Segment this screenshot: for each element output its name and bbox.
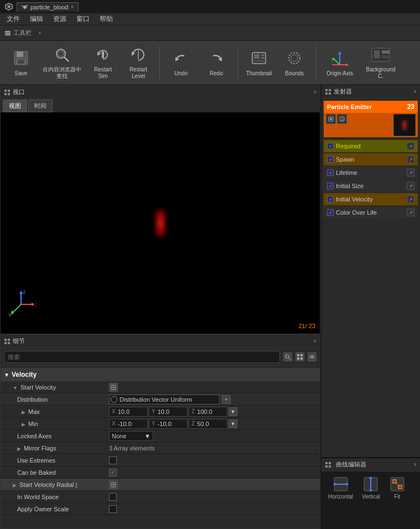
horizontal-btn[interactable]: Horizontal <box>326 474 355 502</box>
module-spawn-graph[interactable]: ↗ <box>407 155 414 163</box>
svg-point-14 <box>58 51 64 56</box>
module-color-over-life[interactable]: ✓ Color Over Life ↗ <box>324 206 418 219</box>
use-extremes-checkbox[interactable] <box>109 457 117 464</box>
module-required-graph[interactable]: ↗ <box>407 142 414 150</box>
search-input[interactable] <box>4 351 280 363</box>
grid-view-btn[interactable] <box>295 352 304 361</box>
min-expand-btn[interactable]: ▼ <box>229 419 237 428</box>
viewport-close[interactable]: × <box>313 89 317 95</box>
module-color-over-life-check[interactable]: ✓ <box>327 209 334 216</box>
apply-owner-scale-checkbox[interactable] <box>109 505 117 513</box>
module-initial-size[interactable]: ✓ Initial Size ↗ <box>324 180 418 192</box>
origin-axis-button[interactable]: Origin Axis <box>320 43 359 82</box>
module-initial-size-check[interactable]: ✓ <box>327 183 334 189</box>
viewport-title: 视口 <box>13 88 311 96</box>
svg-rect-25 <box>254 60 265 61</box>
module-required-check[interactable]: ✓ <box>327 143 334 149</box>
details-close[interactable]: × <box>313 338 317 344</box>
svg-rect-9 <box>17 51 23 57</box>
max-x-field[interactable]: X 10.0 <box>109 407 148 417</box>
module-initial-velocity-graph[interactable]: ↗ <box>407 195 414 203</box>
distribution-select[interactable]: Distribution Vector Uniform <box>109 395 220 404</box>
mirror-arrow[interactable]: ▶ <box>17 446 21 452</box>
module-lifetime-check[interactable]: ✓ <box>327 169 334 176</box>
background-button[interactable]: Background C. <box>361 43 400 82</box>
module-color-over-life-graph[interactable]: ↗ <box>407 209 414 216</box>
fit-btn[interactable]: Fit <box>387 474 408 502</box>
tab-close[interactable]: × <box>71 4 74 10</box>
module-spawn-check[interactable]: ✓ <box>327 156 334 163</box>
undo-button[interactable]: Undo <box>164 43 198 82</box>
toolbar-close[interactable]: × <box>38 30 42 36</box>
svg-marker-29 <box>338 51 341 54</box>
min-z-field[interactable]: Z 50.0 <box>189 419 227 429</box>
svg-text:X: X <box>35 302 37 308</box>
search-icon-btn[interactable] <box>283 352 292 361</box>
emitter-icon-1[interactable] <box>326 114 336 124</box>
svg-rect-23 <box>261 54 265 56</box>
emitter-close[interactable]: × <box>413 89 417 95</box>
module-spawn-label: Spawn <box>336 156 355 163</box>
module-initial-velocity[interactable]: ✓ Initial Velocity ↗ <box>324 193 418 205</box>
start-velocity-icon-btn[interactable] <box>109 383 118 392</box>
svg-text:Y: Y <box>8 313 12 318</box>
fit-icon <box>389 476 406 492</box>
bounds-button[interactable]: Bounds <box>278 43 311 82</box>
redo-button[interactable]: Redo <box>200 43 233 82</box>
main-tab[interactable]: particle_blood × <box>17 2 79 12</box>
can-be-baked-checkbox[interactable]: ✓ <box>109 469 117 476</box>
emitter-icon-2[interactable]: S <box>337 114 347 124</box>
menu-help[interactable]: 帮助 <box>95 13 117 25</box>
details-toolbar <box>1 348 320 366</box>
radial-arrow[interactable]: ▶ <box>13 483 17 488</box>
module-initial-size-graph[interactable]: ↗ <box>407 182 414 190</box>
curve-header: 曲线编辑器 × <box>322 458 420 471</box>
thumbnail-button[interactable]: Thumbnail <box>242 43 276 82</box>
min-arrow[interactable]: ▶ <box>22 422 25 427</box>
search-icon <box>52 45 72 64</box>
distribution-value[interactable]: Distribution Vector Uniform + <box>109 395 317 404</box>
restart-level-button[interactable]: Restart Level <box>122 43 155 82</box>
vertical-btn[interactable]: Vertical <box>360 474 382 502</box>
module-initial-velocity-check[interactable]: ✓ <box>327 196 334 203</box>
menu-window[interactable]: 窗口 <box>72 13 94 25</box>
svg-point-74 <box>330 118 332 120</box>
tab-title: particle_blood <box>30 4 69 11</box>
velocity-chevron: ▼ <box>4 372 9 378</box>
fit-label: Fit <box>394 494 400 500</box>
max-y-field[interactable]: Y 10.0 <box>149 407 188 417</box>
in-world-space-value <box>109 493 317 501</box>
locked-axes-select[interactable]: None ▼ <box>109 431 153 441</box>
restart-sim-icon <box>93 45 113 64</box>
velocity-section-header[interactable]: ▼ Velocity <box>1 368 320 381</box>
eye-btn[interactable] <box>308 352 317 361</box>
svg-text:S: S <box>341 117 344 121</box>
min-x-field[interactable]: X -10.0 <box>109 419 148 429</box>
max-expand-btn[interactable]: ▼ <box>229 407 237 416</box>
start-velocity-arrow[interactable]: ▼ <box>13 385 18 391</box>
start-velocity-value <box>109 383 317 392</box>
save-button[interactable]: Save <box>4 43 38 82</box>
curve-title: 曲线编辑器 <box>336 460 411 469</box>
menu-edit[interactable]: 编辑 <box>25 13 48 25</box>
find-in-browser-button[interactable]: 在内容浏览器中查找 <box>40 43 84 82</box>
module-lifetime-graph[interactable]: ↗ <box>407 169 414 177</box>
viewport-tab-time[interactable]: 时间 <box>28 100 53 112</box>
curve-close[interactable]: × <box>413 461 417 468</box>
menu-assets[interactable]: 资源 <box>49 13 71 25</box>
restart-sim-button[interactable]: Restart Sim <box>86 43 120 82</box>
distribution-add-btn[interactable]: + <box>222 395 231 404</box>
radial-icon-btn[interactable] <box>109 480 118 489</box>
in-world-space-checkbox[interactable] <box>109 493 117 501</box>
svg-rect-57 <box>297 354 299 356</box>
max-arrow[interactable]: ▶ <box>22 409 25 415</box>
min-y-field[interactable]: Y -10.0 <box>149 419 188 429</box>
module-required[interactable]: ✓ Required ↗ <box>324 140 418 152</box>
main-content: 视口 × 视图 时间 X Z Y <box>0 85 420 529</box>
emitter-spacer <box>322 219 420 457</box>
module-lifetime[interactable]: ✓ Lifetime ↗ <box>324 167 418 179</box>
max-z-field[interactable]: Z 100.0 <box>189 407 227 417</box>
viewport-tab-view[interactable]: 视图 <box>3 100 27 112</box>
module-spawn[interactable]: ✓ Spawn ↗ <box>324 153 418 165</box>
menu-file[interactable]: 文件 <box>2 13 24 25</box>
